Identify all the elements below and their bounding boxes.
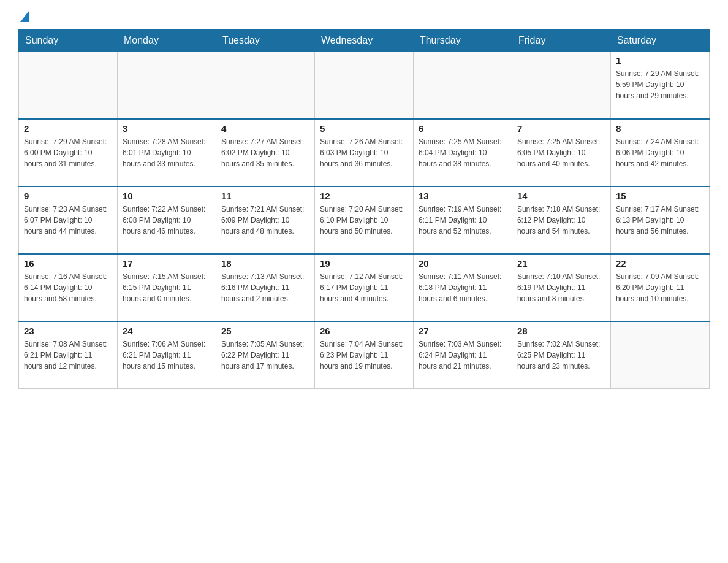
day-info: Sunrise: 7:13 AM Sunset: 6:16 PM Dayligh… <box>221 271 309 304</box>
calendar-week-row: 2Sunrise: 7:29 AM Sunset: 6:00 PM Daylig… <box>19 119 710 186</box>
calendar-week-row: 16Sunrise: 7:16 AM Sunset: 6:14 PM Dayli… <box>19 254 710 321</box>
day-info: Sunrise: 7:29 AM Sunset: 5:59 PM Dayligh… <box>616 68 704 101</box>
calendar-cell: 2Sunrise: 7:29 AM Sunset: 6:00 PM Daylig… <box>19 119 118 186</box>
day-number: 6 <box>419 123 507 134</box>
day-info: Sunrise: 7:24 AM Sunset: 6:06 PM Dayligh… <box>616 136 704 169</box>
weekday-header-friday: Friday <box>512 30 610 52</box>
day-number: 27 <box>419 326 507 336</box>
day-number: 21 <box>517 258 605 269</box>
calendar-cell <box>413 52 512 119</box>
day-info: Sunrise: 7:21 AM Sunset: 6:09 PM Dayligh… <box>221 204 309 237</box>
calendar-cell: 27Sunrise: 7:03 AM Sunset: 6:24 PM Dayli… <box>413 321 512 389</box>
day-number: 10 <box>123 191 211 201</box>
day-info: Sunrise: 7:05 AM Sunset: 6:22 PM Dayligh… <box>221 339 309 372</box>
calendar-cell: 26Sunrise: 7:04 AM Sunset: 6:23 PM Dayli… <box>314 321 413 389</box>
day-number: 13 <box>419 191 507 201</box>
day-info: Sunrise: 7:02 AM Sunset: 6:25 PM Dayligh… <box>517 339 605 372</box>
calendar-cell <box>610 321 709 389</box>
calendar-cell: 10Sunrise: 7:22 AM Sunset: 6:08 PM Dayli… <box>117 186 216 254</box>
calendar-cell: 4Sunrise: 7:27 AM Sunset: 6:02 PM Daylig… <box>216 119 314 186</box>
weekday-header-sunday: Sunday <box>19 30 118 52</box>
day-number: 18 <box>221 258 309 269</box>
day-info: Sunrise: 7:26 AM Sunset: 6:03 PM Dayligh… <box>320 136 408 169</box>
day-info: Sunrise: 7:29 AM Sunset: 6:00 PM Dayligh… <box>24 136 112 169</box>
day-info: Sunrise: 7:28 AM Sunset: 6:01 PM Dayligh… <box>123 136 211 169</box>
day-number: 3 <box>123 123 211 134</box>
day-number: 20 <box>419 258 507 269</box>
day-info: Sunrise: 7:25 AM Sunset: 6:04 PM Dayligh… <box>419 136 507 169</box>
day-number: 22 <box>616 258 704 269</box>
calendar-cell: 14Sunrise: 7:18 AM Sunset: 6:12 PM Dayli… <box>512 186 610 254</box>
calendar-cell: 8Sunrise: 7:24 AM Sunset: 6:06 PM Daylig… <box>610 119 709 186</box>
svg-marker-0 <box>20 11 29 22</box>
day-info: Sunrise: 7:18 AM Sunset: 6:12 PM Dayligh… <box>517 204 605 237</box>
day-number: 11 <box>221 191 309 201</box>
weekday-header-monday: Monday <box>117 30 216 52</box>
day-number: 25 <box>221 326 309 336</box>
calendar-cell <box>19 52 118 119</box>
calendar-cell: 19Sunrise: 7:12 AM Sunset: 6:17 PM Dayli… <box>314 254 413 321</box>
page-header <box>18 12 710 23</box>
day-info: Sunrise: 7:15 AM Sunset: 6:15 PM Dayligh… <box>123 271 211 304</box>
day-number: 24 <box>123 326 211 336</box>
day-info: Sunrise: 7:12 AM Sunset: 6:17 PM Dayligh… <box>320 271 408 304</box>
calendar-cell: 25Sunrise: 7:05 AM Sunset: 6:22 PM Dayli… <box>216 321 314 389</box>
calendar-cell: 12Sunrise: 7:20 AM Sunset: 6:10 PM Dayli… <box>314 186 413 254</box>
calendar-cell: 28Sunrise: 7:02 AM Sunset: 6:25 PM Dayli… <box>512 321 610 389</box>
day-number: 16 <box>24 258 112 269</box>
weekday-header-saturday: Saturday <box>610 30 709 52</box>
calendar-cell <box>117 52 216 119</box>
calendar-cell <box>216 52 314 119</box>
day-info: Sunrise: 7:20 AM Sunset: 6:10 PM Dayligh… <box>320 204 408 237</box>
day-info: Sunrise: 7:09 AM Sunset: 6:20 PM Dayligh… <box>616 271 704 304</box>
day-number: 2 <box>24 123 112 134</box>
calendar-cell <box>512 52 610 119</box>
calendar-cell: 21Sunrise: 7:10 AM Sunset: 6:19 PM Dayli… <box>512 254 610 321</box>
calendar-cell: 7Sunrise: 7:25 AM Sunset: 6:05 PM Daylig… <box>512 119 610 186</box>
day-info: Sunrise: 7:03 AM Sunset: 6:24 PM Dayligh… <box>419 339 507 372</box>
day-number: 5 <box>320 123 408 134</box>
day-number: 4 <box>221 123 309 134</box>
calendar-cell: 20Sunrise: 7:11 AM Sunset: 6:18 PM Dayli… <box>413 254 512 321</box>
calendar-cell: 1Sunrise: 7:29 AM Sunset: 5:59 PM Daylig… <box>610 52 709 119</box>
day-number: 19 <box>320 258 408 269</box>
calendar-header-row: SundayMondayTuesdayWednesdayThursdayFrid… <box>19 30 710 52</box>
calendar-cell: 23Sunrise: 7:08 AM Sunset: 6:21 PM Dayli… <box>19 321 118 389</box>
day-info: Sunrise: 7:23 AM Sunset: 6:07 PM Dayligh… <box>24 204 112 237</box>
day-number: 12 <box>320 191 408 201</box>
day-number: 15 <box>616 191 704 201</box>
day-info: Sunrise: 7:08 AM Sunset: 6:21 PM Dayligh… <box>24 339 112 372</box>
calendar-cell: 6Sunrise: 7:25 AM Sunset: 6:04 PM Daylig… <box>413 119 512 186</box>
day-number: 1 <box>616 55 704 66</box>
day-number: 7 <box>517 123 605 134</box>
day-info: Sunrise: 7:16 AM Sunset: 6:14 PM Dayligh… <box>24 271 112 304</box>
day-number: 23 <box>24 326 112 336</box>
calendar-cell: 22Sunrise: 7:09 AM Sunset: 6:20 PM Dayli… <box>610 254 709 321</box>
calendar-cell: 11Sunrise: 7:21 AM Sunset: 6:09 PM Dayli… <box>216 186 314 254</box>
day-number: 14 <box>517 191 605 201</box>
day-info: Sunrise: 7:10 AM Sunset: 6:19 PM Dayligh… <box>517 271 605 304</box>
weekday-header-thursday: Thursday <box>413 30 512 52</box>
calendar-cell: 15Sunrise: 7:17 AM Sunset: 6:13 PM Dayli… <box>610 186 709 254</box>
day-number: 28 <box>517 326 605 336</box>
calendar-cell: 3Sunrise: 7:28 AM Sunset: 6:01 PM Daylig… <box>117 119 216 186</box>
calendar-cell: 18Sunrise: 7:13 AM Sunset: 6:16 PM Dayli… <box>216 254 314 321</box>
calendar-week-row: 1Sunrise: 7:29 AM Sunset: 5:59 PM Daylig… <box>19 52 710 119</box>
day-info: Sunrise: 7:06 AM Sunset: 6:21 PM Dayligh… <box>123 339 211 372</box>
day-number: 17 <box>123 258 211 269</box>
weekday-header-wednesday: Wednesday <box>314 30 413 52</box>
day-info: Sunrise: 7:25 AM Sunset: 6:05 PM Dayligh… <box>517 136 605 169</box>
calendar-week-row: 9Sunrise: 7:23 AM Sunset: 6:07 PM Daylig… <box>19 186 710 254</box>
day-info: Sunrise: 7:22 AM Sunset: 6:08 PM Dayligh… <box>123 204 211 237</box>
calendar-cell: 5Sunrise: 7:26 AM Sunset: 6:03 PM Daylig… <box>314 119 413 186</box>
logo-general <box>18 12 29 23</box>
day-number: 8 <box>616 123 704 134</box>
calendar-cell: 24Sunrise: 7:06 AM Sunset: 6:21 PM Dayli… <box>117 321 216 389</box>
day-info: Sunrise: 7:17 AM Sunset: 6:13 PM Dayligh… <box>616 204 704 237</box>
calendar-cell: 9Sunrise: 7:23 AM Sunset: 6:07 PM Daylig… <box>19 186 118 254</box>
day-info: Sunrise: 7:19 AM Sunset: 6:11 PM Dayligh… <box>419 204 507 237</box>
logo-triangle-icon <box>20 11 29 22</box>
weekday-header-tuesday: Tuesday <box>216 30 314 52</box>
calendar-cell <box>314 52 413 119</box>
calendar-table: SundayMondayTuesdayWednesdayThursdayFrid… <box>18 29 710 389</box>
